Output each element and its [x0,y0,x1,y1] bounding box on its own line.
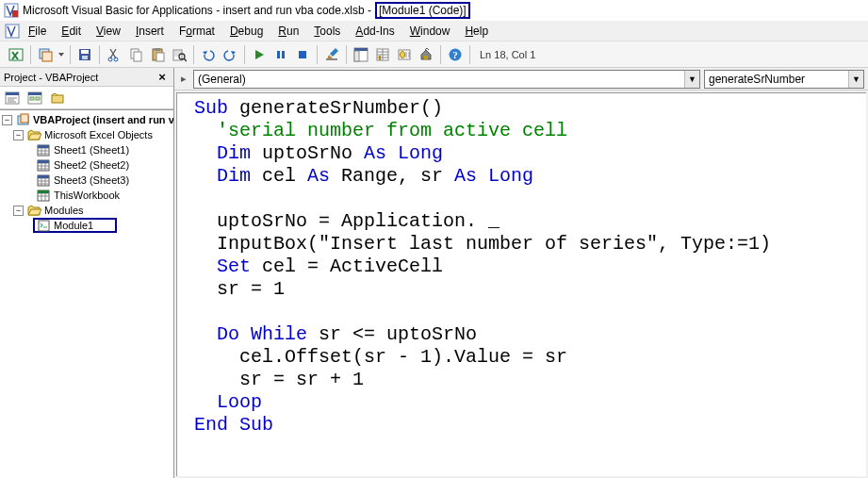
dropdown-arrow-icon[interactable] [57,44,66,65]
menu-tools[interactable]: Tools [306,23,348,40]
tree-folder-label: Modules [43,205,85,216]
toggle-folders-icon[interactable] [47,88,68,108]
project-panel-toolbar [0,87,173,109]
worksheet-icon [37,158,51,173]
module-icon [37,219,51,233]
svg-rect-15 [156,53,164,61]
tree-sheet-item[interactable]: Sheet1 (Sheet1) [2,142,172,157]
break-icon[interactable] [270,44,291,65]
code-editor[interactable]: Sub generateSrNumber() 'serial number fr… [176,92,866,476]
menu-debug[interactable]: Debug [222,23,270,40]
view-excel-icon[interactable] [6,44,26,65]
undo-icon[interactable] [198,44,219,65]
toolbar-separator [30,45,31,64]
toolbox-icon[interactable] [416,44,436,65]
chevron-icon[interactable]: ▸ [178,73,189,85]
code-pane: ▸ (General) ▼ generateSrNumber ▼ Sub gen… [174,68,868,478]
vba-app-icon [4,3,19,18]
insert-dropdown-icon[interactable] [35,44,56,65]
copy-icon[interactable] [125,44,146,65]
main-area: Project - VBAProject × − VBAProject (ins… [0,68,868,478]
worksheet-icon [37,173,51,188]
dropdown-arrow-icon[interactable]: ▼ [684,71,699,88]
procedure-dropdown[interactable]: generateSrNumber ▼ [704,70,864,89]
paste-icon[interactable] [147,44,168,65]
svg-rect-7 [81,50,89,54]
tree-item-label: Sheet2 (Sheet2) [53,159,130,171]
tree-folder-modules[interactable]: − Modules [2,203,172,218]
collapse-icon[interactable]: − [2,115,12,125]
reset-icon[interactable] [292,44,313,65]
svg-text:?: ? [452,49,458,60]
object-browser-icon[interactable] [394,44,415,65]
svg-rect-18 [277,51,280,58]
view-object-icon[interactable] [25,88,45,108]
project-icon [16,113,30,127]
svg-rect-35 [30,97,34,100]
properties-icon[interactable] [372,44,393,65]
dropdown-arrow-icon[interactable]: ▼ [848,71,863,88]
svg-rect-39 [21,114,28,123]
svg-rect-8 [82,56,88,59]
project-explorer-icon[interactable] [351,44,371,65]
tree-root[interactable]: − VBAProject (insert and run vba code.xl… [2,112,172,127]
svg-rect-24 [354,51,359,61]
toolbar-separator [70,45,71,64]
tree-sheet-item[interactable]: Sheet2 (Sheet2) [2,157,172,173]
toolbar-separator [244,45,245,64]
help-icon[interactable]: ? [445,44,466,65]
tree-item-label: Sheet1 (Sheet1) [53,144,130,156]
cut-icon[interactable] [104,44,124,65]
menu-format[interactable]: Format [172,23,222,40]
toolbar-separator [317,45,318,64]
menu-window[interactable]: Window [402,23,458,40]
menu-run[interactable]: Run [270,23,306,40]
collapse-icon[interactable]: − [13,206,24,216]
toolbar-separator [469,45,470,64]
project-tree[interactable]: − VBAProject (insert and run vba code.xl… [0,109,173,478]
close-icon[interactable]: × [155,70,170,85]
menu-edit[interactable]: Edit [54,23,89,40]
folder-open-icon [27,128,41,142]
tree-module-item[interactable]: Module1 [33,218,117,233]
title-bar: Microsoft Visual Basic for Applications … [0,0,868,21]
menu-help[interactable]: Help [457,23,496,40]
svg-rect-21 [326,58,337,60]
project-panel-title: Project - VBAProject [4,72,98,83]
tree-sheet-item[interactable]: Sheet3 (Sheet3) [2,173,172,188]
system-menu-icon[interactable] [4,24,21,39]
save-icon[interactable] [74,44,95,65]
window-title-prefix: Microsoft Visual Basic for Applications … [23,4,371,17]
svg-rect-41 [38,145,49,148]
menu-view[interactable]: View [89,23,128,40]
collapse-icon[interactable]: − [13,130,24,140]
menu-insert[interactable]: Insert [128,23,172,40]
svg-rect-20 [299,51,306,58]
design-mode-icon[interactable] [321,44,342,65]
project-explorer-panel: Project - VBAProject × − VBAProject (ins… [0,68,174,478]
toolbar-separator [440,45,441,64]
standard-toolbar: ? Ln 18, Col 1 [0,41,868,68]
menu-bar: File Edit View Insert Format Debug Run T… [0,21,868,41]
redo-icon[interactable] [220,44,240,65]
svg-rect-36 [36,97,40,100]
svg-rect-32 [6,92,19,95]
svg-rect-48 [39,221,49,231]
svg-rect-5 [42,52,52,61]
run-icon[interactable] [249,44,270,65]
svg-rect-12 [134,52,141,61]
tree-workbook-item[interactable]: ThisWorkbook [2,188,172,203]
tree-root-label: VBAProject (insert and run vba code.xlsb… [32,114,173,125]
window-title-module: [Module1 (Code)] [375,2,470,19]
folder-open-icon [27,204,41,218]
view-code-icon[interactable] [2,88,23,108]
svg-rect-45 [38,175,49,178]
menu-file[interactable]: File [21,23,54,40]
svg-rect-34 [28,92,41,95]
tree-folder-label: Microsoft Excel Objects [43,129,154,140]
worksheet-icon [37,143,51,157]
find-icon[interactable] [169,44,189,65]
tree-folder-excel-objects[interactable]: − Microsoft Excel Objects [2,127,172,142]
menu-addins[interactable]: Add-Ins [348,23,401,40]
object-dropdown[interactable]: (General) ▼ [193,70,700,89]
